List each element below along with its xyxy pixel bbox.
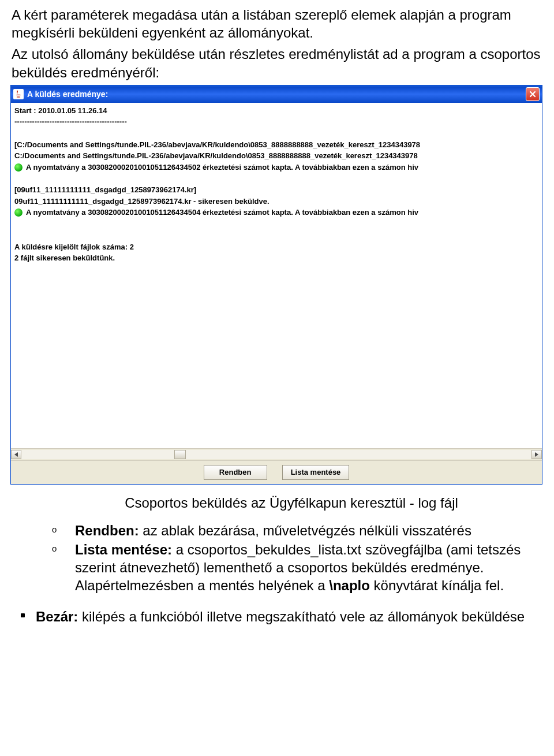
item-text: könyvtárat kínálja fel. [370,578,504,593]
button-row: Rendben Lista mentése [11,460,542,484]
log-body: Start : 2010.01.05 11.26.14 ------------… [11,103,542,484]
bullet-icon: o [52,524,57,535]
log-line: 09uf11_11111111111_dsgadgd_1258973962174… [14,196,538,207]
item-label: Bezár: [36,609,78,624]
result-window: A küldés eredménye: Start : 2010.01.05 1… [10,85,542,485]
save-list-button[interactable]: Lista mentése [282,465,350,480]
scroll-left-icon[interactable] [11,450,21,459]
figure-caption: Csoportos beküldés az Ügyfélkapun keresz… [40,495,542,511]
item-label: Lista mentése: [75,542,172,557]
log-line: [C:/Documents and Settings/tunde.PIL-236… [14,139,538,151]
log-line-success: A nyomtatvány a 303082000201001051126434… [14,162,538,173]
ok-button[interactable]: Rendben [204,465,267,480]
log-line: ----------------------------------------… [14,116,538,128]
log-text: A nyomtatvány a 303082000201001051126434… [26,207,418,218]
titlebar[interactable]: A küldés eredménye: [11,85,542,103]
intro-paragraph-1: A kért paraméterek megadása után a listá… [12,6,542,42]
window-title: A küldés eredménye: [27,90,526,99]
java-icon [13,89,24,99]
item-bold: \naplo [329,578,370,593]
list-item: o Rendben: az ablak bezárása, műveletvég… [52,522,542,539]
log-line: [09uf11_11111111111_dsgadgd_125897396217… [14,184,538,196]
list-item: o Lista mentése: a csoportos_bekuldes_li… [52,541,542,595]
option-list: o Rendben: az ablak bezárása, műveletvég… [52,522,542,595]
log-line: Start : 2010.01.05 11.26.14 [14,105,538,117]
log-line: 2 fájlt sikeresen beküldtünk. [14,252,538,264]
final-list: Bezár: kilépés a funkcióból illetve megs… [18,608,542,625]
list-item: Bezár: kilépés a funkcióból illetve megs… [18,608,542,625]
item-text: kilépés a funkcióból illetve megszakítha… [78,609,525,624]
bullet-icon: o [52,543,57,554]
scroll-thumb[interactable] [174,450,186,459]
log-line: C:/Documents and Settings/tunde.PIL-236/… [14,150,538,162]
close-icon[interactable] [526,87,540,101]
log-text: A nyomtatvány a 303082000201001051126434… [26,162,418,173]
success-icon [14,208,23,217]
horizontal-scrollbar[interactable] [11,448,542,460]
scroll-track[interactable] [21,450,531,459]
item-text: az ablak bezárása, műveletvégzés nélküli… [139,523,471,538]
intro-paragraph-2: Az utolsó állomány beküldése után részle… [12,45,542,81]
success-icon [14,163,23,172]
log-line: A küldésre kijelölt fájlok száma: 2 [14,241,538,253]
bullet-icon [21,613,25,617]
item-label: Rendben: [75,523,139,538]
log-line-success: A nyomtatvány a 303082000201001051126434… [14,207,538,218]
scroll-right-icon[interactable] [531,450,542,459]
